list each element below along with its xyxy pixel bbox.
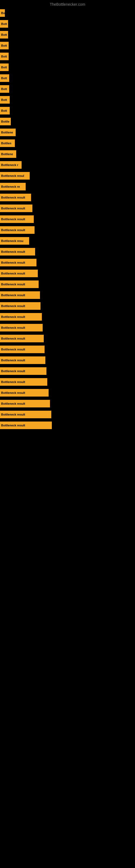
bar-17: Bottleneck result <box>0 194 31 201</box>
bar-label-0: Bo <box>1 11 5 14</box>
bar-row: Bottlen <box>0 138 135 149</box>
bar-28: Bottleneck result <box>0 313 42 321</box>
bar-row: Bottleneck result <box>0 203 135 214</box>
bar-label-30: Bottleneck result <box>1 337 25 340</box>
bar-label-22: Bottleneck result <box>1 250 25 253</box>
bar-13: Bottlene <box>0 150 16 158</box>
bar-row: Bottleneck re <box>0 181 135 192</box>
bar-label-33: Bottleneck result <box>1 369 25 373</box>
bar-label-6: Bott <box>1 76 7 80</box>
bar-row: Bottleneck result <box>0 279 135 290</box>
bar-label-11: Bottlene <box>1 131 13 134</box>
bar-row: Bottleneck result <box>0 333 135 344</box>
bar-label-25: Bottleneck result <box>1 283 25 286</box>
bar-row: Bottleneck resu <box>0 236 135 246</box>
bar-3: Bott <box>0 42 9 50</box>
bar-row: Bottleneck result <box>0 388 135 398</box>
bar-label-27: Bottleneck result <box>1 304 25 308</box>
bar-row: Bottleneck result <box>0 246 135 257</box>
bar-row: Bottleneck result <box>0 257 135 268</box>
bar-label-14: Bottleneck r <box>1 163 18 166</box>
bar-row: Bottlene <box>0 127 135 138</box>
bar-label-10: Bottle <box>1 120 9 123</box>
bar-0: Bo <box>0 9 5 17</box>
bar-6: Bott <box>0 74 9 82</box>
bar-29: Bottleneck result <box>0 324 43 332</box>
bar-row: Bott <box>0 94 135 105</box>
bar-row: Bottleneck result <box>0 192 135 203</box>
bar-row: Bottlene <box>0 149 135 159</box>
bar-row: Bottleneck result <box>0 322 135 333</box>
bar-label-23: Bottleneck result <box>1 261 25 264</box>
bar-label-34: Bottleneck result <box>1 380 25 383</box>
bar-label-28: Bottleneck result <box>1 315 25 318</box>
bar-19: Bottleneck result <box>0 215 34 223</box>
bar-23: Bottleneck result <box>0 259 37 267</box>
site-title: TheBottlenecker.com <box>0 0 135 8</box>
bar-row: Bottleneck result <box>0 311 135 322</box>
bar-row: Bott <box>0 40 135 51</box>
bar-34: Bottleneck result <box>0 378 47 386</box>
bar-label-15: Bottleneck resul <box>1 174 24 177</box>
bar-row: Bo <box>0 8 135 19</box>
bars-container: BoBottBottBottBottBottBottBottBottBottBo… <box>0 8 135 431</box>
bar-4: Bott <box>0 53 9 60</box>
bar-row: Bott <box>0 29 135 40</box>
bar-5: Bott <box>0 63 9 71</box>
bar-21: Bottleneck resu <box>0 237 29 245</box>
bar-33: Bottleneck result <box>0 367 46 375</box>
bar-label-36: Bottleneck result <box>1 402 25 405</box>
bar-label-29: Bottleneck result <box>1 326 25 329</box>
bar-15: Bottleneck resul <box>0 172 30 180</box>
bar-row: Bottleneck result <box>0 409 135 420</box>
bar-37: Bottleneck result <box>0 411 51 418</box>
bar-row: Bottleneck result <box>0 344 135 355</box>
bar-label-31: Bottleneck result <box>1 348 25 351</box>
bar-label-9: Bott <box>1 109 7 112</box>
bar-label-8: Bott <box>1 98 7 101</box>
bar-label-1: Bott <box>1 22 7 26</box>
bar-18: Bottleneck result <box>0 205 32 212</box>
bar-8: Bott <box>0 96 10 104</box>
bar-label-3: Bott <box>1 44 7 47</box>
bar-row: Bott <box>0 62 135 73</box>
bar-27: Bottleneck result <box>0 302 41 310</box>
bar-label-17: Bottleneck result <box>1 196 25 199</box>
bar-row: Bott <box>0 105 135 116</box>
bar-32: Bottleneck result <box>0 356 45 364</box>
bar-row: Bottleneck result <box>0 420 135 431</box>
bar-row: Bottleneck resul <box>0 170 135 181</box>
bar-row: Bottleneck result <box>0 355 135 366</box>
bar-2: Bott <box>0 31 8 38</box>
bar-row: Bottleneck result <box>0 290 135 301</box>
bar-row: Bottleneck result <box>0 225 135 236</box>
bar-label-38: Bottleneck result <box>1 424 25 427</box>
bar-16: Bottleneck re <box>0 183 26 190</box>
bar-label-26: Bottleneck result <box>1 293 25 297</box>
bar-label-4: Bott <box>1 55 7 58</box>
bar-36: Bottleneck result <box>0 400 50 407</box>
bar-row: Bott <box>0 84 135 94</box>
bar-7: Bott <box>0 85 9 93</box>
bar-row: Bott <box>0 51 135 62</box>
bar-label-16: Bottleneck re <box>1 185 20 188</box>
bar-35: Bottleneck result <box>0 389 49 397</box>
bar-26: Bottleneck result <box>0 291 40 299</box>
bar-label-13: Bottlene <box>1 152 13 156</box>
bar-label-24: Bottleneck result <box>1 272 25 275</box>
bar-9: Bott <box>0 107 10 115</box>
bar-row: Bottleneck result <box>0 268 135 279</box>
bar-38: Bottleneck result <box>0 422 52 429</box>
bar-label-2: Bott <box>1 33 7 36</box>
bar-label-19: Bottleneck result <box>1 218 25 221</box>
bar-row: Bott <box>0 73 135 84</box>
bar-label-12: Bottlen <box>1 142 11 145</box>
bar-22: Bottleneck result <box>0 248 35 255</box>
bar-row: Bottleneck result <box>0 301 135 311</box>
bar-24: Bottleneck result <box>0 270 38 277</box>
bar-25: Bottleneck result <box>0 280 39 288</box>
bar-row: Bottleneck result <box>0 214 135 225</box>
bar-label-7: Bott <box>1 87 7 91</box>
bar-label-5: Bott <box>1 66 7 69</box>
bar-label-21: Bottleneck resu <box>1 239 24 243</box>
